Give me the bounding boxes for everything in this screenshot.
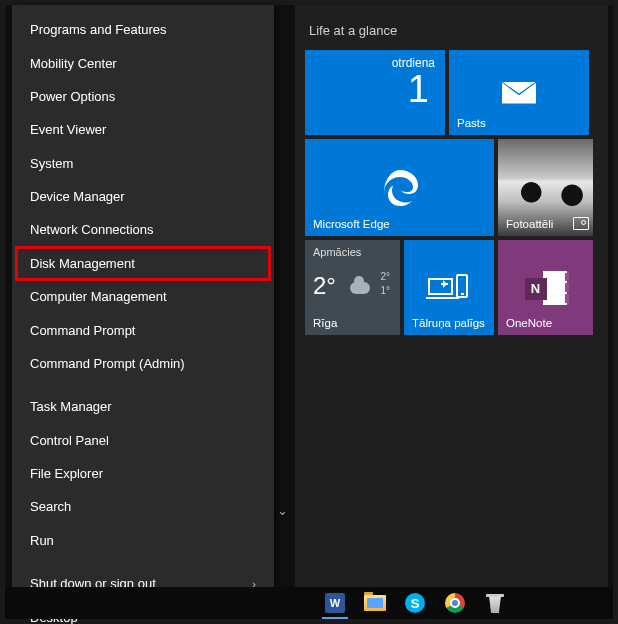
phone-companion-tile[interactable]: Tālruņa palīgs — [404, 240, 494, 335]
menu-item-label: Search — [30, 499, 71, 514]
menu-item-label: Mobility Center — [30, 56, 117, 71]
edge-icon — [305, 139, 494, 236]
onenote-tile[interactable]: N OneNote — [498, 240, 593, 335]
menu-item-label: Power Options — [30, 89, 115, 104]
mail-icon — [449, 50, 589, 135]
photos-tile[interactable]: Fotoattēli — [498, 139, 593, 236]
winx-item-device-manager[interactable]: Device Manager — [12, 180, 274, 213]
winx-item-network-connections[interactable]: Network Connections — [12, 213, 274, 246]
menu-item-label: Run — [30, 533, 54, 548]
winx-item-event-viewer[interactable]: Event Viewer — [12, 113, 274, 146]
winx-item-file-explorer[interactable]: File Explorer — [12, 457, 274, 490]
taskbar-chrome[interactable] — [440, 591, 470, 615]
menu-item-label: Event Viewer — [30, 122, 106, 137]
taskbar-recycle-bin[interactable] — [480, 591, 510, 615]
phone-icon — [404, 240, 494, 335]
menu-item-label: Disk Management — [30, 256, 135, 271]
menu-item-label: Command Prompt — [30, 323, 135, 338]
winx-item-mobility-center[interactable]: Mobility Center — [12, 46, 274, 79]
edge-tile[interactable]: Microsoft Edge — [305, 139, 494, 236]
onenote-icon: N — [498, 240, 593, 335]
winx-menu: Programs and FeaturesMobility CenterPowe… — [12, 5, 274, 596]
menu-item-label: Task Manager — [30, 399, 112, 414]
menu-item-label: Programs and Features — [30, 22, 167, 37]
calendar-tile[interactable]: otrdiena 1 — [305, 50, 445, 135]
winx-item-command-prompt-admin-[interactable]: Command Prompt (Admin) — [12, 347, 274, 380]
menu-item-label: Network Connections — [30, 222, 154, 237]
menu-item-label: Command Prompt (Admin) — [30, 356, 185, 371]
menu-item-label: System — [30, 156, 73, 171]
tile-label: Fotoattēli — [506, 218, 585, 230]
weather-tile[interactable]: Apmācies 2° 2° 1° Rīga — [305, 240, 400, 335]
section-title: Life at a glance — [305, 15, 598, 50]
winx-item-command-prompt[interactable]: Command Prompt — [12, 313, 274, 346]
taskbar-word[interactable]: W — [320, 591, 350, 615]
chrome-icon — [445, 593, 465, 613]
winx-item-programs-and-features[interactable]: Programs and Features — [12, 13, 274, 46]
menu-item-label: Computer Management — [30, 289, 167, 304]
recycle-icon — [485, 593, 505, 613]
folder-icon — [364, 595, 386, 611]
winx-item-system[interactable]: System — [12, 147, 274, 180]
menu-item-label: Device Manager — [30, 189, 125, 204]
taskbar: W S — [5, 587, 613, 619]
weather-city: Rīga — [313, 317, 392, 329]
winx-item-run[interactable]: Run — [12, 524, 274, 557]
winx-item-computer-management[interactable]: Computer Management — [12, 280, 274, 313]
menu-item-label: File Explorer — [30, 466, 103, 481]
winx-item-disk-management[interactable]: Disk Management — [16, 247, 270, 280]
weather-condition: Apmācies — [313, 246, 361, 258]
weather-temp: 2° — [313, 272, 336, 300]
tile-grid: otrdiena 1 Pasts Microsoft Edge — [305, 50, 598, 335]
cloud-icon — [350, 282, 370, 294]
start-panel: Life at a glance otrdiena 1 Pasts — [295, 5, 608, 596]
mail-tile[interactable]: Pasts — [449, 50, 589, 135]
winx-item-task-manager[interactable]: Task Manager — [12, 390, 274, 423]
menu-item-label: Control Panel — [30, 433, 109, 448]
winx-item-power-options[interactable]: Power Options — [12, 80, 274, 113]
desktop-area: Life at a glance otrdiena 1 Pasts — [5, 5, 613, 619]
calendar-date: 1 — [408, 68, 429, 111]
weather-range: 2° 1° — [380, 270, 390, 298]
taskbar-skype[interactable]: S — [400, 591, 430, 615]
chevron-down-icon[interactable]: ⌄ — [275, 501, 289, 519]
taskbar-file-explorer[interactable] — [360, 591, 390, 615]
winx-item-control-panel[interactable]: Control Panel — [12, 424, 274, 457]
winx-item-search[interactable]: Search — [12, 490, 274, 523]
